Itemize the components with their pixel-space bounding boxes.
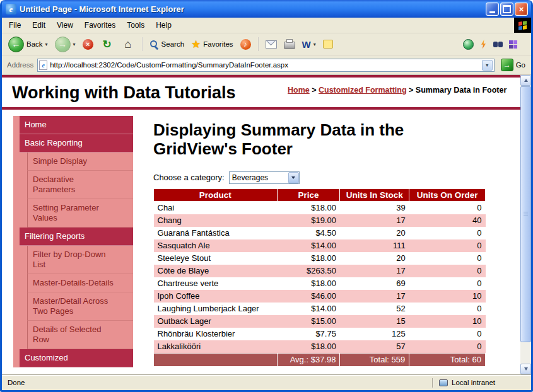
category-label: Choose a category: [153,173,225,182]
table-cell: 0 [409,340,486,354]
maximize-button[interactable] [500,3,513,16]
close-button[interactable]: × [515,3,528,16]
sidebar-item[interactable]: Filter by Drop-Down List [27,246,133,274]
main-content: Displaying Summary Data in the GridView'… [133,116,520,367]
binoculars-icon[interactable] [493,42,503,47]
windows-brand-block [514,18,531,33]
discuss-button[interactable] [320,38,336,50]
sidebar-item[interactable]: Declarative Parameters [27,171,133,199]
breadcrumb-item[interactable]: Customized Formatting [319,86,407,95]
table-header-row: ProductPriceUnits In StockUnits On Order [154,188,486,201]
sidebar-item[interactable]: Basic Reporting [20,134,133,153]
column-header: Units In Stock [340,188,409,201]
vertical-scrollbar[interactable] [520,75,531,374]
stop-button[interactable]: × [80,38,96,51]
sidebar-item[interactable]: Filtering Reports [20,228,133,246]
back-label: Back [26,40,43,48]
globe-icon[interactable] [463,39,474,50]
category-select[interactable]: Beverages [229,171,300,184]
mail-button[interactable] [263,39,279,50]
menu-bar-items: FileEditViewFavoritesToolsHelp [2,18,514,33]
forward-dropdown-caret-icon: ▾ [73,42,76,47]
menu-item-favorites[interactable]: Favorites [79,19,121,32]
address-dropdown-button[interactable]: ▼ [482,60,493,71]
table-row: Lakkalikööri$18.00570 [154,340,486,354]
ie-logo-icon: e [6,4,16,14]
table-cell: 40 [409,214,486,227]
column-header: Units On Order [409,188,486,201]
edit-button[interactable]: W ▾ [300,38,319,51]
table-row: Côte de Blaye$263.50170 [154,265,486,277]
minimize-icon [489,11,495,13]
title-bar[interactable]: e Untitled Page - Microsoft Internet Exp… [2,0,531,18]
table-cell: 0 [409,303,486,315]
table-cell: 15 [340,315,409,328]
home-button[interactable]: ⌂ [119,36,138,52]
table-cell: 0 [409,277,486,290]
address-url: http://localhost:2302/Code/CustomFormatt… [50,61,479,69]
back-button[interactable]: ← Back ▾ [6,35,50,54]
print-button[interactable] [281,38,298,50]
window-controls: × [486,3,528,16]
sidebar-item[interactable]: Simple Display [27,153,133,171]
sidebar-item[interactable]: Details of Selected Row [27,321,133,349]
back-dropdown-caret-icon: ▾ [45,42,48,47]
table-row: Guaraná Fantástica$4.50200 [154,227,486,239]
sidebar-item[interactable]: Master-Details-Details [27,274,133,292]
menu-item-help[interactable]: Help [150,19,177,32]
table-cell: 0 [409,239,486,252]
select-dropdown-arrow-icon[interactable] [288,172,299,183]
menu-item-tools[interactable]: Tools [121,19,150,32]
table-row: Chartreuse verte$18.00690 [154,277,486,290]
sidebar-item[interactable]: Master/Detail Across Two Pages [27,292,133,321]
address-input[interactable]: e http://localhost:2302/Code/CustomForma… [37,59,494,72]
address-bar: Address e http://localhost:2302/Code/Cus… [2,55,531,75]
table-cell: $4.50 [277,227,340,239]
sidebar-item[interactable]: Setting Parameter Values [27,199,133,228]
sidebar-item[interactable]: Customized [20,349,133,367]
footer-cell: Avg.: $37.98 [277,353,340,366]
scroll-down-button[interactable] [520,364,531,374]
table-cell: $18.00 [277,277,340,290]
page-icon: e [39,61,47,70]
table-cell: 0 [409,201,486,214]
table-cell: $18.00 [277,201,340,214]
table-cell: Steeleye Stout [154,252,278,265]
menu-item-edit[interactable]: Edit [26,19,51,32]
table-cell: $263.50 [277,265,340,277]
menu-item-view[interactable]: View [51,19,79,32]
table-cell: Ipoh Coffee [154,290,278,303]
sidebar-nav: HomeBasic ReportingSimple DisplayDeclara… [13,116,133,367]
table-cell: $18.00 [277,252,340,265]
column-header: Product [154,188,278,201]
minimize-button[interactable] [486,3,499,16]
sidebar-item[interactable]: Home [20,116,133,134]
breadcrumb-item[interactable]: Home [288,86,310,95]
scrollbar-track[interactable] [520,86,531,364]
refresh-button[interactable]: ↻ [98,36,117,52]
scroll-up-button[interactable] [520,75,531,86]
table-row: Rhönbräu Klosterbier$7.751250 [154,328,486,340]
lightning-icon[interactable] [480,40,487,49]
table-cell: $46.00 [277,290,340,303]
table-row: Laughing Lumberjack Lager$14.00520 [154,303,486,315]
search-button[interactable]: Search [147,38,187,50]
column-header: Price [277,188,340,201]
table-cell: Chang [154,214,278,227]
forward-button[interactable]: → ▾ [52,35,78,54]
table-row: Ipoh Coffee$46.001710 [154,290,486,303]
footer-cell: Total: 559 [340,353,409,366]
favorites-button[interactable]: ★ Favorites [189,37,236,52]
table-cell: $14.00 [277,303,340,315]
category-row: Choose a category: Beverages [153,171,509,184]
toolbar-addons [463,39,517,50]
scrollbar-thumb[interactable] [520,86,531,342]
status-text: Done [6,379,427,386]
menu-item-file[interactable]: File [3,19,26,32]
grid-icon[interactable] [509,40,517,49]
media-button[interactable]: ♪ [238,38,254,51]
close-icon: × [519,4,524,14]
go-button[interactable]: → Go [498,59,528,71]
footer-cell [154,353,278,366]
status-bar: Done Local intranet [2,374,531,390]
